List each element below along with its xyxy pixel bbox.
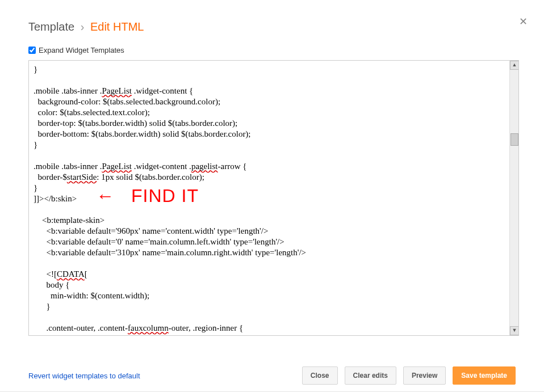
expand-widget-row: Expand Widget Templates — [0, 36, 544, 58]
save-template-button[interactable]: Save template — [453, 366, 516, 385]
html-editor[interactable]: } .mobile .tabs-inner .PageList .widget-… — [28, 60, 519, 336]
annotation-text: FIND IT — [131, 186, 199, 206]
preview-button[interactable]: Preview — [403, 366, 446, 385]
clear-edits-button[interactable]: Clear edits — [345, 366, 396, 385]
revert-link[interactable]: Revert widget templates to default — [28, 372, 140, 380]
close-icon[interactable]: ✕ — [519, 17, 528, 26]
edit-html-modal: ✕ Template › Edit HTML Expand Widget Tem… — [0, 0, 544, 392]
scroll-thumb[interactable] — [510, 133, 518, 146]
scroll-down-icon[interactable]: ▼ — [510, 326, 519, 335]
breadcrumb: Template › Edit HTML — [0, 0, 544, 36]
close-button[interactable]: Close — [302, 366, 338, 385]
breadcrumb-current: Edit HTML — [90, 20, 144, 33]
button-row: Close Clear edits Preview Save template — [302, 366, 516, 385]
scroll-up-icon[interactable]: ▲ — [510, 61, 519, 70]
breadcrumb-template: Template — [28, 20, 74, 33]
breadcrumb-separator: › — [81, 20, 85, 33]
expand-widget-label[interactable]: Expand Widget Templates — [39, 46, 124, 54]
expand-widget-checkbox[interactable] — [28, 47, 36, 54]
annotation-arrow-icon: ← — [96, 186, 114, 206]
footer-bar: Revert widget templates to default Close… — [0, 366, 544, 385]
scrollbar[interactable]: ▲ ▼ — [509, 61, 518, 335]
